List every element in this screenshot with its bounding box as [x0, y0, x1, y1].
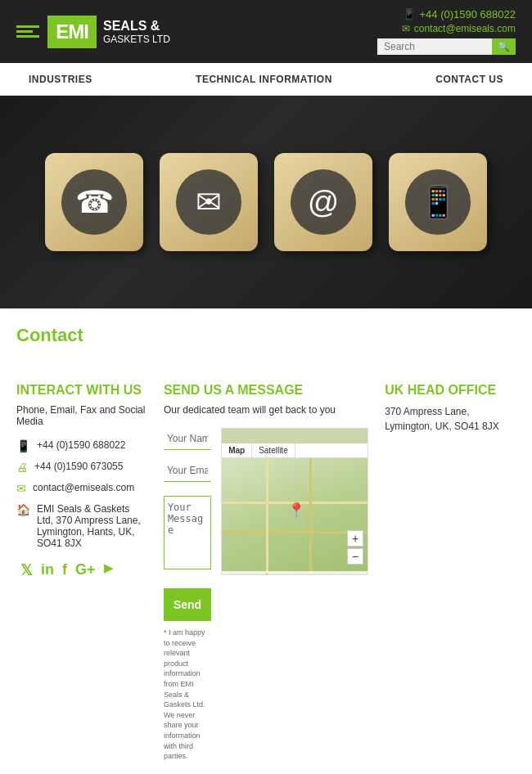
logo-emi: EMI: [47, 16, 97, 48]
form-disclaimer: * I am happy to receive relevant product…: [164, 628, 211, 762]
form-map-row: Send * I am happy to receive relevant pr…: [164, 428, 368, 762]
dice-at: @: [274, 153, 372, 251]
header: EMI SEALS & GASKETS LTD 📱 +44 (0)1590 68…: [0, 0, 532, 63]
email-field-group: [164, 460, 211, 482]
logo-seals: SEALS &: [103, 18, 170, 34]
map-location-pin: 📍: [287, 502, 305, 520]
social-icons-row: 𝕏 in f G+ ▶: [16, 561, 147, 579]
email-input[interactable]: [164, 460, 211, 482]
map-inner: Map Satellite 📍 + − M: [222, 443, 367, 575]
ukoffice-column: UK HEAD OFFICE 370 Ampress Lane, Lymingt…: [385, 383, 516, 434]
phone-dice-icon: ☎: [61, 169, 127, 235]
nav-contact[interactable]: CONTACT US: [423, 74, 516, 85]
form-heading: SEND US A MESSAGE: [164, 383, 368, 398]
map-tab-map[interactable]: Map: [222, 443, 252, 457]
map-background: 📍: [222, 443, 367, 574]
dice-phone: ☎: [45, 153, 143, 251]
interact-heading: INTERACT WITH US: [16, 383, 147, 398]
map-tabs: Map Satellite: [222, 443, 367, 458]
phone1-icon: 📱: [16, 439, 30, 452]
contact-address: 🏠 EMI Seals & Gaskets Ltd, 370 Ampress L…: [16, 503, 147, 549]
dice-email: ✉: [160, 153, 258, 251]
email-dice-icon: ✉: [176, 169, 241, 235]
address-icon: 🏠: [16, 503, 30, 516]
map-road-h2: [222, 531, 367, 533]
map-tab-satellite[interactable]: Satellite: [252, 443, 295, 457]
logo-line-1: [16, 25, 39, 28]
header-email: ✉ contact@emiseals.com: [377, 23, 516, 34]
map-zoom-out[interactable]: −: [347, 548, 363, 565]
interact-column: INTERACT WITH US Phone, Email, Fax and S…: [16, 383, 147, 579]
message-field-group: [164, 492, 211, 572]
form-area: Send * I am happy to receive relevant pr…: [164, 428, 211, 762]
logo-text: SEALS & GASKETS LTD: [103, 18, 170, 46]
search-input[interactable]: [377, 38, 492, 55]
header-search-area: 🔍: [377, 38, 516, 55]
logo-gaskets: GASKETS LTD: [103, 34, 170, 45]
ukoffice-heading: UK HEAD OFFICE: [385, 383, 516, 398]
email-icon: ✉: [402, 23, 410, 34]
ukoffice-address: 370 Ampress Lane, Lymington, UK, SO41 8J…: [385, 404, 516, 434]
logo-line-2: [16, 30, 33, 33]
phone2-icon: 🖨: [16, 461, 28, 474]
map-zoom-in[interactable]: +: [347, 530, 363, 547]
interact-subtext: Phone, Email, Fax and Social Media: [16, 404, 147, 427]
header-phone: 📱 +44 (0)1590 688022: [377, 8, 516, 20]
map-footer-label: Map data ©2020 Google · Terms of Use · R…: [222, 571, 367, 575]
contact-email: ✉ contact@emiseals.com: [16, 482, 147, 495]
map-zoom-controls: + −: [347, 530, 363, 565]
map-road-v2: [309, 458, 312, 575]
hero-image: ☎ ✉ @ 📱: [0, 96, 532, 308]
googleplus-icon[interactable]: G+: [75, 561, 96, 579]
contact-email-icon: ✉: [16, 482, 26, 495]
hero-banner: ☎ ✉ @ 📱: [0, 96, 532, 308]
linkedin-icon[interactable]: in: [41, 561, 54, 579]
contact-columns: INTERACT WITH US Phone, Email, Fax and S…: [0, 367, 532, 774]
contact-phone2: 🖨 +44 (0)1590 673055: [16, 461, 147, 474]
contact-phone1: 📱 +44 (0)1590 688022: [16, 439, 147, 452]
facebook-icon[interactable]: f: [62, 561, 67, 579]
search-button[interactable]: 🔍: [492, 38, 516, 55]
youtube-icon[interactable]: ▶: [104, 561, 113, 579]
page-title: Contact: [16, 325, 516, 346]
header-contact-info: 📱 +44 (0)1590 688022 ✉ contact@emiseals.…: [377, 8, 516, 55]
map-road-v1: [266, 458, 268, 575]
send-button[interactable]: Send: [164, 588, 211, 621]
dice-mobile: 📱: [389, 153, 487, 251]
map-container[interactable]: Map Satellite 📍 + − M: [221, 428, 368, 575]
name-input[interactable]: [164, 428, 211, 450]
message-textarea[interactable]: [164, 496, 211, 569]
nav-technical[interactable]: TECHNICAL INFORMATION: [183, 74, 345, 85]
phone-icon: 📱: [403, 8, 416, 20]
name-field-group: [164, 428, 211, 450]
mobile-dice-icon: 📱: [405, 169, 471, 235]
form-column: SEND US A MESSAGE Our dedicated team wil…: [164, 383, 368, 762]
twitter-icon[interactable]: 𝕏: [20, 561, 33, 579]
logo-line-3: [16, 35, 39, 38]
logo: EMI SEALS & GASKETS LTD: [16, 16, 170, 48]
logo-lines: [16, 25, 39, 38]
main-content: Contact: [0, 308, 532, 367]
form-subtext: Our dedicated team will get back to you: [164, 404, 368, 416]
nav-industries[interactable]: INDUSTRIES: [16, 74, 105, 85]
main-nav: INDUSTRIES TECHNICAL INFORMATION CONTACT…: [0, 63, 532, 96]
at-dice-icon: @: [291, 169, 356, 235]
